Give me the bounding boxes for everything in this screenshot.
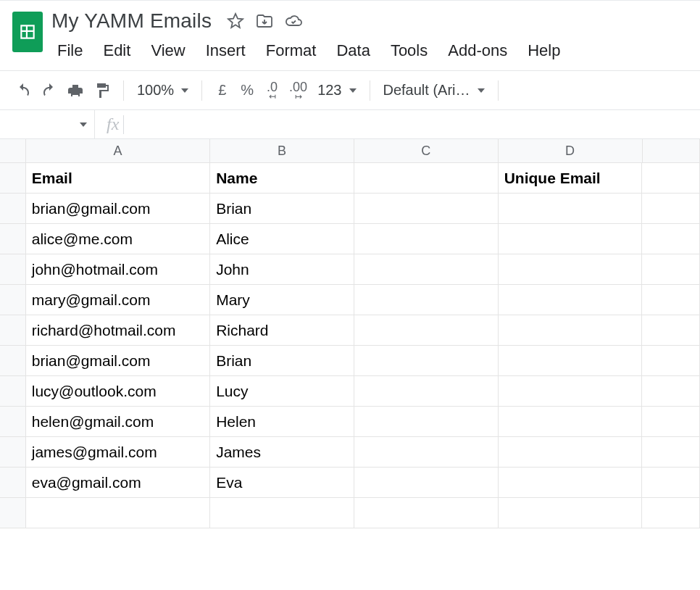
row-header[interactable]	[0, 498, 26, 528]
row-header[interactable]	[0, 224, 26, 254]
row-header[interactable]	[0, 346, 26, 375]
cell[interactable]	[499, 498, 643, 528]
select-all-corner[interactable]	[0, 139, 26, 162]
cell[interactable]	[642, 346, 700, 375]
row-header[interactable]	[0, 163, 26, 193]
row-header[interactable]	[0, 254, 26, 284]
row-header[interactable]	[0, 285, 26, 315]
cell[interactable]: brian@gmail.com	[26, 346, 210, 375]
cell[interactable]	[354, 407, 499, 436]
cell[interactable]	[642, 468, 700, 497]
cell[interactable]	[499, 315, 643, 345]
cell[interactable]: Richard	[210, 315, 354, 345]
cell[interactable]: James	[210, 437, 354, 467]
cell[interactable]	[642, 285, 700, 315]
font-family-dropdown[interactable]: Default (Ari…	[379, 82, 489, 99]
menu-view[interactable]: View	[141, 38, 195, 63]
cell[interactable]	[642, 194, 700, 223]
column-header-E[interactable]	[643, 139, 701, 162]
paint-format-button[interactable]	[88, 78, 114, 104]
cell[interactable]	[354, 376, 499, 406]
star-icon[interactable]	[226, 12, 245, 30]
print-button[interactable]	[62, 78, 88, 104]
row-header[interactable]	[0, 437, 26, 467]
cell[interactable]	[499, 346, 643, 375]
more-formats-dropdown[interactable]: 123	[313, 82, 360, 99]
format-percent-button[interactable]: %	[233, 82, 261, 99]
cell[interactable]: Brian	[210, 346, 354, 375]
cell[interactable]	[642, 315, 700, 345]
cell[interactable]: helen@gmail.com	[26, 407, 210, 436]
menu-format[interactable]: Format	[256, 38, 327, 63]
cell[interactable]: eva@gmail.com	[26, 468, 210, 497]
menu-help[interactable]: Help	[517, 38, 570, 63]
menu-tools[interactable]: Tools	[380, 38, 438, 63]
cell[interactable]: john@hotmail.com	[26, 254, 210, 284]
column-header-C[interactable]: C	[354, 139, 499, 162]
cell[interactable]: richard@hotmail.com	[26, 315, 210, 345]
cell[interactable]	[354, 194, 499, 223]
cell[interactable]	[499, 254, 643, 284]
cell[interactable]	[210, 498, 354, 528]
document-title[interactable]: My YAMM Emails	[47, 8, 216, 34]
row-header[interactable]	[0, 468, 26, 497]
cell[interactable]	[354, 224, 499, 254]
column-header-B[interactable]: B	[210, 139, 354, 162]
cell[interactable]: mary@gmail.com	[26, 285, 210, 315]
cell[interactable]	[354, 346, 499, 375]
cell[interactable]	[642, 437, 700, 467]
name-box[interactable]	[0, 110, 94, 138]
column-header-A[interactable]: A	[26, 139, 210, 162]
row-header[interactable]	[0, 376, 26, 406]
move-folder-icon[interactable]	[255, 12, 274, 30]
cell[interactable]: John	[210, 254, 354, 284]
cell[interactable]	[499, 468, 643, 497]
cell[interactable]	[499, 407, 643, 436]
cell[interactable]: Alice	[210, 224, 354, 254]
cell[interactable]	[354, 498, 499, 528]
cell[interactable]	[499, 194, 643, 223]
cloud-status-icon[interactable]	[284, 12, 303, 30]
cell[interactable]	[354, 315, 499, 345]
cell[interactable]: Lucy	[210, 376, 354, 406]
decrease-decimal-button[interactable]: .0 ↤	[261, 80, 283, 101]
zoom-dropdown[interactable]: 100%	[133, 82, 193, 99]
cell[interactable]	[26, 498, 210, 528]
undo-button[interactable]	[10, 78, 36, 104]
cell[interactable]	[642, 376, 700, 406]
cell[interactable]	[642, 163, 700, 193]
cell[interactable]: lucy@outlook.com	[26, 376, 210, 406]
cell[interactable]	[354, 254, 499, 284]
format-currency-button[interactable]: £	[211, 82, 233, 99]
menu-edit[interactable]: Edit	[93, 38, 141, 63]
cell[interactable]: alice@me.com	[26, 224, 210, 254]
cell[interactable]	[642, 224, 700, 254]
cell[interactable]: Eva	[210, 468, 354, 497]
cell[interactable]	[354, 468, 499, 497]
menu-addons[interactable]: Add-ons	[438, 38, 517, 63]
cell[interactable]	[354, 163, 499, 193]
menu-insert[interactable]: Insert	[196, 38, 256, 63]
row-header[interactable]	[0, 194, 26, 223]
cell[interactable]	[354, 437, 499, 467]
cell[interactable]	[642, 498, 700, 528]
column-header-D[interactable]: D	[499, 139, 643, 162]
redo-button[interactable]	[36, 78, 62, 104]
cell[interactable]: Brian	[210, 194, 354, 223]
cell[interactable]	[642, 254, 700, 284]
cell[interactable]: brian@gmail.com	[26, 194, 210, 223]
cell[interactable]: Name	[210, 163, 354, 193]
increase-decimal-button[interactable]: .00 ↦	[283, 80, 313, 101]
sheets-app-icon[interactable]	[7, 7, 47, 57]
cell[interactable]	[642, 407, 700, 436]
row-header[interactable]	[0, 407, 26, 436]
cell[interactable]: Mary	[210, 285, 354, 315]
cell[interactable]	[354, 285, 499, 315]
cell[interactable]	[499, 376, 643, 406]
cell[interactable]: Helen	[210, 407, 354, 436]
cell[interactable]	[499, 437, 643, 467]
cell[interactable]: Email	[26, 163, 210, 193]
cell[interactable]	[499, 224, 643, 254]
cell[interactable]: james@gmail.com	[26, 437, 210, 467]
cell[interactable]	[499, 285, 643, 315]
